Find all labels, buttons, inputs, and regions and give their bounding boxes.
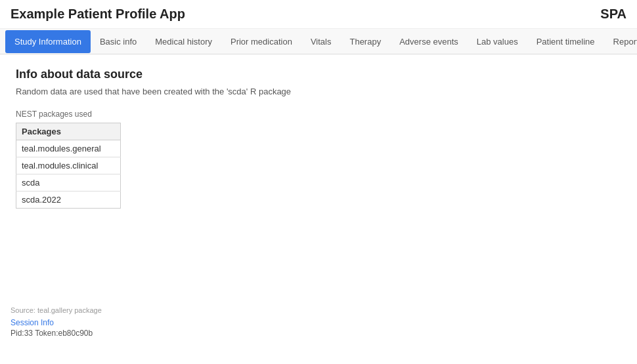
nav-item-patient-timeline[interactable]: Patient timeline — [527, 30, 604, 53]
nest-label: NEST packages used — [16, 110, 621, 119]
nav-item-study-information[interactable]: Study Information — [5, 30, 91, 53]
nav-item-lab-values[interactable]: Lab values — [468, 30, 527, 53]
package-cell: scda — [16, 174, 121, 192]
nav-item-therapy[interactable]: Therapy — [340, 30, 390, 53]
page-subtitle: Random data are used that have been crea… — [16, 87, 621, 96]
nav-item-vitals[interactable]: Vitals — [301, 30, 341, 53]
packages-table: Packages teal.modules.general teal.modul… — [16, 123, 121, 209]
table-row: teal.modules.general — [16, 140, 121, 157]
package-cell: teal.modules.general — [16, 140, 121, 157]
table-row: scda.2022 — [16, 192, 121, 209]
main-content: Info about data source Random data are u… — [0, 54, 637, 222]
package-cell: teal.modules.clinical — [16, 157, 121, 174]
page-title: Info about data source — [16, 68, 621, 81]
packages-column-header: Packages — [16, 123, 121, 140]
nav-item-prior-medication[interactable]: Prior medication — [221, 30, 301, 53]
nav-bar: Study Information Basic info Medical his… — [0, 29, 637, 54]
top-bar: Example Patient Profile App SPA — [0, 0, 637, 29]
nav-item-report-previewer[interactable]: Report previewer — [604, 30, 637, 53]
table-row: scda — [16, 174, 121, 192]
spa-label: SPA — [600, 7, 626, 22]
package-cell: scda.2022 — [16, 192, 121, 209]
nav-item-adverse-events[interactable]: Adverse events — [390, 30, 468, 53]
app-title: Example Patient Profile App — [11, 7, 185, 22]
session-info-label: Session Info — [11, 318, 102, 327]
table-row: teal.modules.clinical — [16, 157, 121, 174]
session-info-text: Pid:33 Token:eb80c90b — [11, 329, 102, 338]
nav-item-basic-info[interactable]: Basic info — [91, 30, 146, 53]
nav-item-medical-history[interactable]: Medical history — [146, 30, 221, 53]
footer: Source: teal.gallery package Session Inf… — [11, 306, 102, 338]
source-info: Source: teal.gallery package — [11, 306, 102, 314]
